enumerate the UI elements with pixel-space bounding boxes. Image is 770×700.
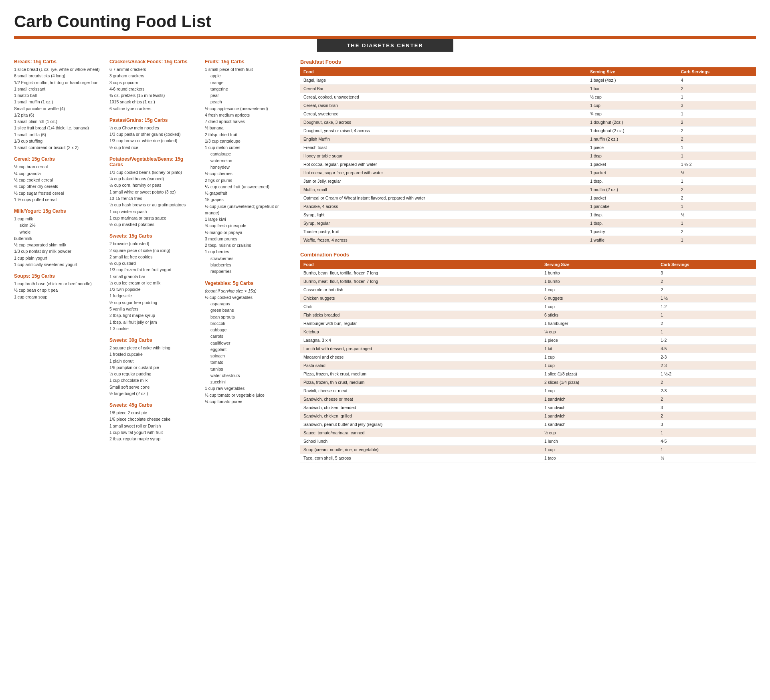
combo-section-title: Combination Foods [300, 252, 756, 258]
mid-column: Crackers/Snack Foods: 15g Carbs 6-7 anim… [109, 59, 198, 462]
combo-table: Food Serving Size Carb Servings Burrito,… [300, 260, 756, 462]
table-row: Jam or Jelly, regular1 tbsp.1 [300, 177, 756, 186]
table-row: Hot cocoa, sugar free, prepared with wat… [300, 169, 756, 177]
potatoes-body: 1/3 cup cooked beans (kidney or pinto) ¼… [109, 169, 198, 228]
right-column: Fruits: 15g Carbs 1 small piece of fresh… [205, 59, 293, 462]
table-row: Doughnut, cake, 3 across1 doughnut (2oz.… [300, 118, 756, 127]
table-row: Syrup, light1 tbsp.½ [300, 211, 756, 219]
table-row: Pancake, 4 across1 pancake1 [300, 202, 756, 211]
page-title: Carb Counting Food List [14, 12, 756, 31]
tables-column: Breakfast Foods Food Serving Size Carb S… [300, 59, 756, 462]
fruits-title: Fruits: 15g Carbs [205, 59, 293, 65]
cereal-body: ½ cup bran cereal ¼ cup granola ½ cup co… [14, 163, 102, 203]
table-row: Cereal, cooked, unsweetened½ cup1 [300, 93, 756, 101]
table-row: Cereal Bar1 bar2 [300, 85, 756, 93]
pastas-title: Pastas/Grains: 15g Carbs [109, 117, 198, 123]
breakfast-col-carbs: Carb Servings [678, 67, 756, 76]
table-row: Hot cocoa, regular, prepared with water1… [300, 160, 756, 169]
orange-divider [14, 36, 756, 39]
table-row: School lunch1 lunch4-5 [300, 437, 756, 446]
breakfast-section-title: Breakfast Foods [300, 59, 756, 65]
table-row: Burrito, bean, flour, tortilla, frozen 7… [300, 269, 756, 277]
sweets15-body: 2 brownie (unfrosted) 2 square piece of … [109, 240, 198, 332]
table-row: Pizza, frozen, thin crust, medium2 slice… [300, 378, 756, 387]
table-row: Ravioli, cheese or meat1 cup2-3 [300, 387, 756, 395]
table-row: Macaroni and cheese1 cup2-3 [300, 353, 756, 361]
sweets30-body: 2 square piece of cake with icing 1 fros… [109, 345, 198, 397]
soups-title: Soups: 15g Carbs [14, 273, 102, 279]
table-row: Fish sticks breaded6 sticks1 [300, 311, 756, 319]
cereal-title: Cereal: 15g Carbs [14, 156, 102, 162]
breakfast-col-food: Food [300, 67, 587, 76]
table-row: Lasagna, 3 x 41 piece1-2 [300, 336, 756, 345]
table-row: English Muffin1 muffin (2 oz.)2 [300, 135, 756, 143]
breakfast-table: Food Serving Size Carb Servings Bagel, l… [300, 67, 756, 244]
sweets45-body: 1/6 piece 2 crust pie 1/6 piece chocolat… [109, 410, 198, 442]
table-row: Casserole or hot dish1 cup2 [300, 286, 756, 294]
vegetables-title: Vegetables: 5g Carbs [205, 280, 293, 286]
pastas-body: ½ cup Chow mein noodles 1/3 cup pasta or… [109, 125, 198, 151]
combo-col-carbs: Carb Servings [657, 260, 756, 269]
milk-body: 1 cup milk skim 2% whole buttermilk ½ cu… [14, 216, 102, 268]
table-row: Pizza, frozen, thick crust, medium1 slic… [300, 370, 756, 378]
fruits-body: 1 small piece of fresh fruit apple orang… [205, 66, 293, 275]
table-row: Cereal, raisin bran1 cup3 [300, 101, 756, 110]
table-row: Doughnut, yeast or raised, 4 across1 dou… [300, 127, 756, 135]
table-row: Oatmeal or Cream of Wheat instant flavor… [300, 194, 756, 202]
crackers-body: 6-7 animal crackers 3 graham crackers 3 … [109, 66, 198, 112]
table-row: Soup (cream, noodle, rice, or vegetable)… [300, 446, 756, 454]
breads-body: 1 slice bread (1 oz. rye, white or whole… [14, 66, 102, 151]
table-row: Ketchup¼ cup1 [300, 328, 756, 336]
combo-col-serving: Serving Size [541, 260, 657, 269]
crackers-title: Crackers/Snack Foods: 15g Carbs [109, 59, 198, 65]
sweets15-title: Sweets: 15g Carbs [109, 233, 198, 239]
table-row: Sandwich, cheese or meat1 sandwich2 [300, 395, 756, 403]
table-row: Toaster pastry, fruit1 pastry2 [300, 228, 756, 236]
table-row: Burrito, meat, flour, tortilla, frozen 7… [300, 277, 756, 286]
table-row: Cereal, sweetened¾ cup1 [300, 110, 756, 118]
table-row: Honey or table sugar1 tbsp1 [300, 152, 756, 160]
table-row: Sandwich, chicken, grilled1 sandwich2 [300, 412, 756, 420]
left-column: Breads: 15g Carbs 1 slice bread (1 oz. r… [14, 59, 102, 462]
table-row: French toast1 piece1 [300, 143, 756, 152]
table-row: Sandwich, chicken, breaded1 sandwich3 [300, 403, 756, 412]
potatoes-title: Potatoes/Vegetables/Beans: 15g Carbs [109, 156, 198, 167]
table-row: Hamburger with bun, regular1 hamburger2 [300, 319, 756, 328]
sweets45-title: Sweets: 45g Carbs [109, 402, 198, 408]
banner: THE DIABETES CENTER [317, 39, 453, 52]
table-row: Chili1 cup1-2 [300, 303, 756, 311]
table-row: Muffin, small1 muffin (2 oz.)2 [300, 186, 756, 194]
combo-col-food: Food [300, 260, 541, 269]
sweets30-title: Sweets: 30g Carbs [109, 337, 198, 343]
table-row: Bagel, large1 bagel (4oz.)4 [300, 76, 756, 85]
table-row: Taco, corn shell, 5 across1 taco½ [300, 454, 756, 462]
breakfast-col-serving: Serving Size [587, 67, 678, 76]
table-row: Waffle, frozen, 4 across1 waffle1 [300, 236, 756, 244]
table-row: Sandwich, peanut butter and jelly (regul… [300, 420, 756, 429]
table-row: Chicken nuggets6 nuggets1 ½ [300, 294, 756, 303]
vegetables-body: (count if serving size > 15g) ½ cup cook… [205, 288, 293, 405]
table-row: Pasta salad1 cup2-3 [300, 361, 756, 370]
table-row: Sauce, tomato/marinara, canned½ cup1 [300, 429, 756, 437]
milk-title: Milk/Yogurt: 15g Carbs [14, 208, 102, 214]
table-row: Syrup, regular1 tbsp.1 [300, 219, 756, 228]
table-row: Lunch kit with dessert, pre-packaged1 ki… [300, 345, 756, 353]
breads-title: Breads: 15g Carbs [14, 59, 102, 65]
soups-body: 1 cup broth base (chicken or beef noodle… [14, 280, 102, 300]
